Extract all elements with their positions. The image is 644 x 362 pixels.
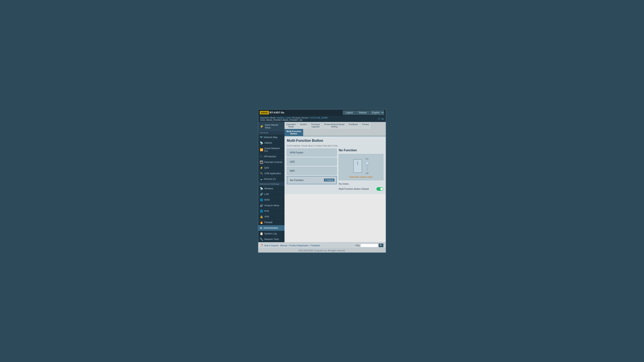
sidebar-item-label: USB Application [264,172,281,175]
aiprotection-icon: 🛡 [260,155,262,158]
vpn-fusion-button[interactable]: VPN Fusion [287,149,337,157]
help-icon: ❓ [260,244,263,247]
lan-icon: 🔗 [260,193,263,196]
sidebar-item-aimesh[interactable]: 📡 AiMesh [258,140,284,146]
no-function-button[interactable]: No Function ⟳ Default [287,176,337,184]
network-tools-icon: 🔧 [260,238,263,241]
wifi-button[interactable]: WiFi [287,167,337,175]
sidebar-item-wan[interactable]: 🌐 WAN [258,197,284,203]
faq-search-button[interactable]: 🔍 [379,244,384,247]
wan-icon: 🌐 [260,198,263,201]
page-content: Multi-Function Button CUSTOMIZE YOUR MUL… [284,136,386,194]
sidebar-item-firewall[interactable]: 🔥 Firewall [258,220,284,225]
wifi-label: WiFi [290,169,295,172]
multi-function-toggle[interactable] [376,187,384,191]
router-ui: ASUS RT-AX57 Go Logout Reboot English Op… [258,109,386,253]
sidebar-item-label: Parental Controls [264,161,282,164]
default-setting-label: Multi-Function Button Default [339,188,369,190]
router-silhouette [353,159,362,173]
tab-feedback[interactable]: Feedback [346,122,360,129]
tab-operation-mode[interactable]: OperationMode [284,122,298,129]
quick-internet-setup[interactable]: ⚡ Quick InternetSetup [258,122,284,131]
no-function-label: No Function [290,179,304,182]
led-button[interactable]: LED [287,158,337,166]
footer-links: ❓ Help & Support Manual | Product Regist… [260,244,320,247]
sidebar-item-usb-application[interactable]: 🔌 USB Application [258,171,284,176]
wireless-icon: 📡 [260,187,263,190]
feedback-link[interactable]: Feedback [311,244,320,247]
tab-system[interactable]: System [298,122,309,129]
sidebar-item-parental-controls[interactable]: 👨‍👩‍👧 Parental Controls [258,159,284,165]
reboot-button[interactable]: Reboot [356,110,370,115]
page-title: Multi-Function Button [287,139,384,143]
ssid-value: ASUS_POCKET ASUS_POCKET_5G [266,119,302,121]
help-support-link[interactable]: Help & Support [264,244,279,247]
tab-multi-function-button[interactable]: Multi-FunctionButton [284,129,303,136]
schematic-note: *Schematic machine switch. [349,176,373,178]
sidebar-item-label: LAN [264,193,269,196]
led-label: LED [290,160,294,163]
logout-button[interactable]: Logout [343,110,356,115]
quick-setup-icon: ⚡ [260,124,264,128]
faq-search: FAQ 🔍 [356,244,384,247]
vpn-icon: 🔒 [260,215,263,218]
faq-label: FAQ [356,244,360,247]
ipv6-icon: 🌐 [260,210,263,213]
sidebar-item-system-log[interactable]: 📋 System Log [258,231,284,237]
sidebar-item-network-tools[interactable]: 🔧 Network Tools [258,237,284,242]
manual-link[interactable]: Manual [280,244,287,247]
sidebar-item-aiprotection[interactable]: 🛡 AiProtection [258,154,284,159]
sidebar-item-qos[interactable]: ⚡ QoS [258,165,284,171]
sep1: | [288,244,288,247]
faq-input[interactable] [360,244,378,247]
firmware-value: 3.0.0.6.102_22189 [310,116,328,119]
sidebar-item-vpn[interactable]: 🔒 VPN [258,214,284,220]
switch-diagram: On Off *Schematic machine switch. [339,154,384,180]
no-action-text: No Action. [339,182,384,186]
tab-restore-save[interactable]: Restore/Save/UploadSetting [322,122,347,129]
firewall-icon: 🔥 [260,221,263,224]
tab-firmware-upgrade[interactable]: FirmwareUpgrade [309,122,322,129]
sidebar-item-label: Network Tools [264,238,279,241]
sidebar-item-guest-network-pro[interactable]: 📶 Guest Network Pro [258,146,284,154]
ssid-label: SSID: [260,119,266,121]
sidebar-item-label: IPv6 [264,210,269,212]
quick-setup-text: Quick InternetSetup [265,123,278,129]
switch-inner: On Off [353,158,369,174]
language-select[interactable]: English [370,110,384,115]
alexa-icon: 🔊 [260,204,263,207]
firmware-label: Firmware Version: [292,116,309,119]
sidebar-item-ipv6[interactable]: 🌐 IPv6 [258,208,284,214]
two-col-layout: VPN Fusion LED WiFi No Function ⟳ [287,149,384,192]
sidebar-item-administration[interactable]: ⚙ Administration [258,225,284,231]
system-log-icon: 📋 [260,232,263,235]
aicloud-icon: ☁ [260,178,262,181]
sidebar-item-aicloud[interactable]: ☁ AiCloud 2.0 [258,176,284,182]
sidebar-item-label: Firewall [264,221,272,224]
sidebar-item-label: Guest Network Pro [264,147,283,152]
guest-network-icon: 📶 [260,148,263,151]
sidebar-item-lan[interactable]: 🔗 LAN [258,191,284,197]
tab-privacy[interactable]: Privacy [360,122,371,129]
toggle-switch-diagram [365,161,369,171]
sidebar-item-network-map[interactable]: 🗺 Network Map [258,135,284,140]
sidebar-item-amazon-alexa[interactable]: 🔊 Amazon Alexa [258,203,284,208]
product-reg-link[interactable]: Product Registration [289,244,309,247]
copyright: 2023 ASUSTeK Computer Inc. All rights re… [258,248,386,253]
customize-label: CUSTOMIZE YOUR MULTI-FUNCTION BUTTON [287,145,384,147]
brand-logo: ASUS [260,111,269,114]
content-area: OperationMode System FirmwareUpgrade Res… [284,122,386,242]
sidebar-item-label: System Log [264,232,276,235]
sidebar-item-label: WAN [264,198,270,201]
footer: ❓ Help & Support Manual | Product Regist… [258,242,386,248]
sidebar-item-label: Amazon Alexa [264,204,279,207]
aimesh-icon: 📡 [260,141,263,144]
default-row: Multi-Function Button Default [339,186,384,192]
parental-controls-icon: 👨‍👩‍👧 [260,161,263,164]
sidebar-item-label: Administration [264,227,278,229]
sidebar-item-wireless[interactable]: 📡 Wireless [258,186,284,191]
off-label: Off [366,172,368,174]
qos-icon: ⚡ [260,166,263,169]
sep2: | [309,244,310,247]
status-icon-1: ⬡ [378,117,380,120]
